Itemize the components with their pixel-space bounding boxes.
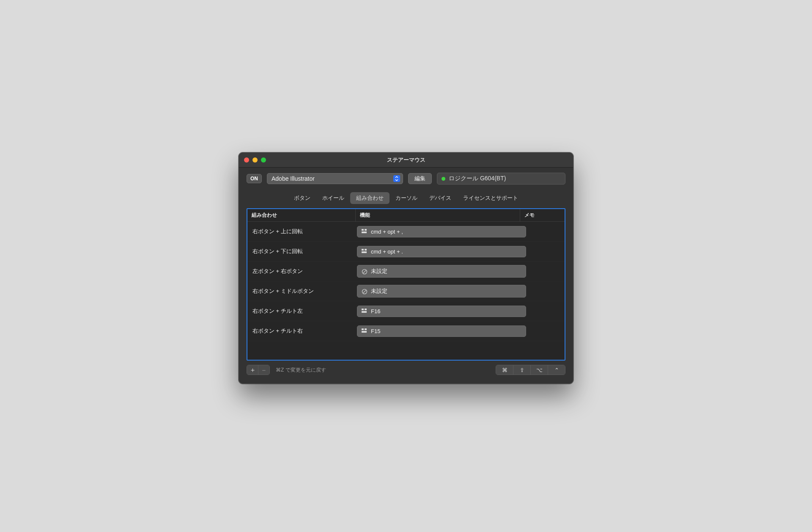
svg-rect-14 xyxy=(365,328,367,330)
function-label: cmd + opt + , xyxy=(371,229,403,235)
on-toggle[interactable]: ON xyxy=(247,174,262,183)
svg-line-9 xyxy=(363,290,366,293)
tab-1[interactable]: ホイール xyxy=(316,192,350,204)
svg-point-6 xyxy=(362,270,367,274)
table-row[interactable]: 右ボタン + チルト左F16 xyxy=(247,301,565,321)
minimize-icon[interactable] xyxy=(252,157,258,163)
svg-rect-5 xyxy=(362,251,367,253)
svg-rect-10 xyxy=(362,309,364,310)
modifier-bar: ⌘⇧⌥⌃ xyxy=(496,365,565,375)
function-cell: cmd + opt + . xyxy=(357,243,529,261)
table-header: 組み合わせ 機能 メモ xyxy=(247,209,565,222)
chevron-updown-icon xyxy=(393,175,400,182)
function-selector[interactable]: F16 xyxy=(357,306,526,317)
function-label: F16 xyxy=(371,308,380,314)
titlebar: ステアーマウス xyxy=(239,153,573,168)
device-name: ロジクール G604(BT) xyxy=(449,175,506,182)
function-label: 未設定 xyxy=(371,287,387,295)
svg-rect-2 xyxy=(362,232,367,233)
col-combo: 組み合わせ xyxy=(247,209,356,221)
table-row[interactable]: 右ボタン + チルト右F15 xyxy=(247,321,565,341)
modifier-option[interactable]: ⌥ xyxy=(530,365,548,375)
device-indicator[interactable]: ロジクール G604(BT) xyxy=(437,173,565,185)
table-row[interactable]: 右ボタン + ミドルボタン未設定 xyxy=(247,281,565,301)
shortcut-icon xyxy=(362,249,368,254)
edit-button[interactable]: 編集 xyxy=(408,173,432,184)
status-led-icon xyxy=(442,177,445,181)
combo-label: 右ボタン + チルト左 xyxy=(247,301,357,321)
combo-label: 右ボタン + ミドルボタン xyxy=(247,281,357,301)
app-select-label: Adobe Illustrator xyxy=(272,175,315,182)
function-selector[interactable]: F15 xyxy=(357,325,526,337)
function-cell: cmd + opt + , xyxy=(357,223,529,241)
traffic-lights xyxy=(244,157,266,163)
svg-rect-11 xyxy=(365,309,367,310)
combo-label: 右ボタン + 上に回転 xyxy=(247,222,357,241)
tab-0[interactable]: ボタン xyxy=(288,192,316,204)
tab-bar: ボタンホイール組み合わせカーソルデバイスライセンスとサポート xyxy=(239,192,573,204)
app-window: ステアーマウス ON Adobe Illustrator 編集 ロジクール G6… xyxy=(239,152,573,384)
modifier-shift[interactable]: ⇧ xyxy=(513,365,530,375)
table-row[interactable]: 右ボタン + 下に回転cmd + opt + . xyxy=(247,242,565,262)
function-selector[interactable]: 未設定 xyxy=(357,265,526,278)
svg-rect-3 xyxy=(362,249,364,251)
svg-rect-12 xyxy=(362,311,367,313)
svg-point-8 xyxy=(362,289,367,294)
function-cell: F15 xyxy=(357,322,529,340)
add-button[interactable]: ＋ xyxy=(247,365,258,375)
shortcut-icon xyxy=(362,229,368,234)
modifier-cmd[interactable]: ⌘ xyxy=(496,365,513,375)
svg-rect-4 xyxy=(365,249,367,251)
function-cell: 未設定 xyxy=(357,262,529,281)
svg-line-7 xyxy=(363,270,366,273)
function-selector[interactable]: cmd + opt + , xyxy=(357,226,526,237)
combo-label: 左ボタン + 右ボタン xyxy=(247,262,357,281)
shortcut-icon xyxy=(362,328,368,334)
unset-icon xyxy=(362,269,368,274)
remove-button[interactable]: − xyxy=(258,365,269,375)
tab-5[interactable]: ライセンスとサポート xyxy=(457,192,524,204)
app-select[interactable]: Adobe Illustrator xyxy=(267,173,403,184)
shortcut-icon xyxy=(362,309,368,314)
toolbar: ON Adobe Illustrator 編集 ロジクール G604(BT) xyxy=(239,168,573,186)
svg-rect-13 xyxy=(362,328,364,330)
function-label: 未設定 xyxy=(371,267,387,275)
combo-label: 右ボタン + 下に回転 xyxy=(247,242,357,261)
function-cell: 未設定 xyxy=(357,281,529,301)
function-selector[interactable]: cmd + opt + . xyxy=(357,246,526,257)
col-function: 機能 xyxy=(356,209,520,221)
close-icon[interactable] xyxy=(244,157,249,163)
tab-4[interactable]: デバイス xyxy=(423,192,457,204)
combination-table: 組み合わせ 機能 メモ 右ボタン + 上に回転cmd + opt + ,右ボタン… xyxy=(247,208,565,361)
col-memo: メモ xyxy=(520,209,565,221)
tab-3[interactable]: カーソル xyxy=(390,192,423,204)
add-remove-group: ＋ − xyxy=(247,365,270,375)
svg-rect-0 xyxy=(362,229,364,231)
table-spacer xyxy=(247,341,565,360)
function-label: F15 xyxy=(371,328,380,334)
function-label: cmd + opt + . xyxy=(371,248,403,255)
footer: ＋ − ⌘Z で変更を元に戻す ⌘⇧⌥⌃ xyxy=(239,361,573,383)
function-cell: F16 xyxy=(357,302,529,320)
modifier-control[interactable]: ⌃ xyxy=(548,365,565,375)
zoom-icon[interactable] xyxy=(261,157,266,163)
tab-2[interactable]: 組み合わせ xyxy=(350,192,390,204)
function-selector[interactable]: 未設定 xyxy=(357,285,526,298)
svg-rect-15 xyxy=(362,331,367,333)
combo-label: 右ボタン + チルト右 xyxy=(247,321,357,341)
svg-rect-1 xyxy=(365,229,367,231)
undo-hint: ⌘Z で変更を元に戻す xyxy=(276,367,326,374)
unset-icon xyxy=(362,289,368,294)
table-row[interactable]: 右ボタン + 上に回転cmd + opt + , xyxy=(247,222,565,242)
window-title: ステアーマウス xyxy=(239,156,573,164)
table-row[interactable]: 左ボタン + 右ボタン未設定 xyxy=(247,262,565,281)
